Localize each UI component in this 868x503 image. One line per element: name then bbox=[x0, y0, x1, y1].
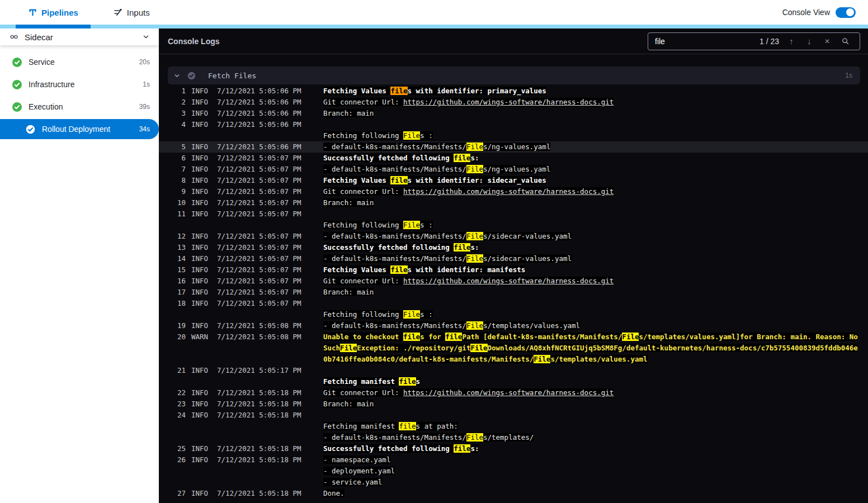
log-message: Done. bbox=[323, 488, 862, 499]
log-text: - namespace.yaml bbox=[323, 455, 390, 464]
console-view-toggle[interactable] bbox=[836, 7, 856, 18]
log-link[interactable]: https://github.com/wings-software/harnes… bbox=[403, 98, 614, 106]
sidebar-stage-header[interactable]: Sidecar bbox=[0, 29, 159, 45]
log-text: Git connector Url: bbox=[323, 187, 403, 196]
log-text: - default-k8s-manifests/Manifests/ bbox=[323, 321, 466, 330]
log-message-row: Fetching manifest files at path: bbox=[323, 421, 858, 432]
log-link[interactable]: https://github.com/wings-software/harnes… bbox=[403, 277, 614, 285]
tab-pipelines[interactable]: Pipelines bbox=[22, 0, 84, 25]
log-timestamp: 7/12/2021 5:05:07 PM bbox=[217, 276, 323, 287]
log-line-number: 16 bbox=[168, 276, 186, 287]
log-level: INFO bbox=[191, 454, 215, 466]
search-highlight: file bbox=[454, 243, 470, 252]
log-timestamp: 7/12/2021 5:05:18 PM bbox=[217, 443, 323, 454]
log-level: INFO bbox=[191, 287, 215, 298]
search-next-button[interactable]: ↓ bbox=[800, 33, 818, 50]
log-message: - default-k8s-manifests/Manifests/Files/… bbox=[323, 253, 862, 264]
log-level: INFO bbox=[191, 320, 215, 331]
console-view-control: Console View bbox=[782, 0, 856, 25]
search-icon[interactable] bbox=[836, 33, 854, 50]
log-line: 10INFO7/12/2021 5:05:07 PMBranch: main bbox=[159, 197, 868, 208]
log-link[interactable]: https://github.com/wings-software/harnes… bbox=[403, 187, 614, 196]
log-message: Fetching following Files : bbox=[323, 298, 862, 320]
section-title: Fetch Files bbox=[208, 72, 256, 80]
search-close-button[interactable]: ✕ bbox=[818, 33, 836, 50]
log-text: Branch: main bbox=[323, 288, 374, 296]
top-tabs: Pipelines Inputs bbox=[22, 0, 155, 25]
log-search: 1 / 23 ↑ ↓ ✕ bbox=[648, 32, 860, 50]
search-prev-button[interactable]: ↑ bbox=[782, 33, 800, 50]
search-highlight: File bbox=[470, 344, 487, 352]
log-link[interactable]: https://github.com/wings-software/harnes… bbox=[403, 388, 614, 397]
search-highlight: File bbox=[466, 254, 483, 263]
log-message-row: Fetching manifest files bbox=[323, 376, 858, 387]
sidebar-item-rollout-deployment[interactable]: Rollout Deployment34s bbox=[0, 119, 159, 139]
tab-inputs-label: Inputs bbox=[127, 8, 150, 17]
search-highlight: File bbox=[403, 131, 420, 140]
log-text: Git connector Url: bbox=[323, 277, 403, 285]
log-message: Successfully fetched following files: bbox=[323, 153, 862, 164]
log-message-text: - service.yaml bbox=[323, 478, 382, 486]
log-text: s/ng-values.yaml bbox=[483, 143, 550, 151]
log-timestamp: 7/12/2021 5:05:07 PM bbox=[217, 208, 323, 220]
sidebar: Sidecar Service20sInfrastructure1sExecut… bbox=[0, 29, 159, 503]
step-success-icon bbox=[187, 72, 196, 80]
sidebar-item-label: Infrastructure bbox=[29, 80, 143, 89]
log-message: Unable to checkout files for filePath [d… bbox=[323, 331, 862, 365]
search-input[interactable] bbox=[655, 37, 760, 46]
log-message-row: Fetching following Files : bbox=[323, 130, 858, 141]
sidebar-item-infrastructure[interactable]: Infrastructure1s bbox=[0, 73, 159, 96]
log-message: Branch: main bbox=[323, 197, 862, 208]
log-message: Fetching manifest files bbox=[323, 365, 862, 387]
log-text: s: bbox=[470, 243, 479, 252]
log-timestamp: 7/12/2021 5:05:18 PM bbox=[217, 398, 323, 410]
log-line: 21INFO7/12/2021 5:05:17 PMFetching manif… bbox=[159, 365, 868, 387]
log-text: s bbox=[416, 377, 421, 386]
log-message-row: - default-k8s-manifests/Manifests/Files/… bbox=[323, 432, 858, 443]
search-highlight: File bbox=[622, 333, 639, 341]
log-timestamp: 7/12/2021 5:05:18 PM bbox=[217, 387, 323, 398]
log-message-row: Branch: main bbox=[323, 398, 858, 410]
log-text: - default-k8s-manifests/Manifests/ bbox=[323, 433, 466, 442]
main-content: Sidecar Service20sInfrastructure1sExecut… bbox=[0, 29, 868, 503]
log-message-text: Done. bbox=[323, 489, 345, 497]
log-level: WARN bbox=[191, 331, 215, 343]
log-message-row: Git connector Url: https://github.com/wi… bbox=[323, 97, 858, 108]
log-line-number: 9 bbox=[168, 186, 186, 197]
log-text: Path [default-k8s-manifests/Manifests/ bbox=[462, 333, 622, 341]
log-message-text: Fetching following Files : bbox=[323, 310, 433, 319]
log-level: INFO bbox=[191, 208, 215, 220]
log-text: Git connector Url: bbox=[323, 388, 403, 397]
toggle-knob bbox=[846, 8, 854, 16]
log-line-number: 25 bbox=[168, 443, 186, 454]
log-line-number: 24 bbox=[168, 410, 186, 421]
log-line: 24INFO7/12/2021 5:05:18 PMFetching manif… bbox=[159, 410, 868, 443]
log-timestamp: 7/12/2021 5:05:18 PM bbox=[217, 488, 323, 499]
log-text: Successfully fetched following bbox=[323, 444, 454, 453]
log-text: s : bbox=[420, 131, 433, 140]
log-message-text: Fetching Values files with identifier: p… bbox=[323, 87, 546, 95]
log-line-number: 21 bbox=[168, 365, 186, 376]
log-message-text: Fetching following Files : bbox=[323, 221, 433, 229]
log-message: Successfully fetched following files: bbox=[323, 242, 862, 253]
search-highlight: File bbox=[403, 310, 420, 319]
sidebar-item-execution[interactable]: Execution39s bbox=[0, 96, 159, 118]
log-section-fetch-files[interactable]: Fetch Files 1s bbox=[168, 67, 860, 84]
log-line: 12INFO7/12/2021 5:05:07 PM- default-k8s-… bbox=[159, 231, 868, 242]
log-message-row: - default-k8s-manifests/Manifests/Files/… bbox=[323, 231, 858, 242]
tab-inputs[interactable]: Inputs bbox=[107, 0, 155, 25]
log-message-text: - namespace.yaml bbox=[323, 455, 390, 464]
log-message-row: - default-k8s-manifests/Manifests/Files/… bbox=[323, 253, 858, 264]
log-text: Git connector Url: bbox=[323, 98, 403, 106]
sidebar-item-service[interactable]: Service20s bbox=[0, 51, 159, 73]
log-text: s/sidecar-values.yaml bbox=[483, 232, 572, 240]
log-timestamp: 7/12/2021 5:05:06 PM bbox=[217, 141, 323, 153]
log-level: INFO bbox=[191, 119, 215, 130]
log-message: Fetching Values files with identifier: s… bbox=[323, 175, 862, 186]
log-line: 5INFO7/12/2021 5:05:06 PM- default-k8s-m… bbox=[159, 141, 868, 153]
success-check-icon bbox=[12, 80, 22, 89]
log-text: s/templates/values.yaml bbox=[483, 321, 580, 330]
log-message-row: Successfully fetched following files: bbox=[323, 153, 858, 164]
log-level: INFO bbox=[191, 410, 215, 421]
log-line-number: 27 bbox=[168, 488, 186, 499]
